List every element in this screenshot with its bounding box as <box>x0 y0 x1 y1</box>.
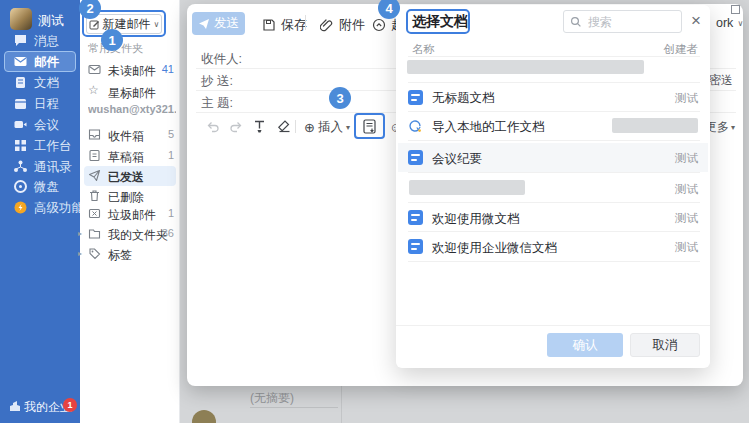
sidebar-item-drive[interactable]: 微盘 <box>0 176 80 198</box>
junk-mail-icon <box>88 207 101 220</box>
doc-icon <box>408 239 423 254</box>
callout-3: 3 <box>329 87 351 109</box>
caret-down-icon: ▾ <box>731 123 735 132</box>
column-header-name: 名称 <box>412 42 435 57</box>
paperclip-icon <box>320 18 334 32</box>
large-attachment-icon <box>372 18 386 32</box>
doc-row[interactable]: 测试 <box>396 173 710 201</box>
sidebar: 测试 消息 邮件 文档 日程 会议 <box>0 0 80 423</box>
company-badge: 1 <box>63 398 77 412</box>
folder-item-unread[interactable]: 未读邮件 41 <box>84 60 176 80</box>
divider <box>341 386 342 423</box>
annotation-box-dialog-title <box>406 9 470 34</box>
grid-icon <box>13 138 28 153</box>
drive-disc-icon <box>13 179 28 194</box>
folder-item-inbox[interactable]: 收件箱 5 <box>84 125 176 145</box>
save-button[interactable]: 保存 <box>262 16 307 34</box>
bcc-toggle[interactable]: 密送 <box>709 72 733 89</box>
sidebar-item-contacts[interactable]: 通讯录 <box>0 156 80 178</box>
cc-field-label: 抄 送: <box>201 73 233 90</box>
attachment-button[interactable]: 附件 <box>320 16 365 34</box>
video-camera-icon <box>13 117 28 132</box>
folder-item-myfolders[interactable]: ▸ 我的文件夹 36 <box>84 224 176 244</box>
chevron-down-icon: ∨ <box>737 19 743 28</box>
undo-icon[interactable] <box>206 119 221 134</box>
mail-icon <box>88 63 101 76</box>
folder-item-tags[interactable]: ▸ 标签 <box>84 244 176 264</box>
folder-item-drafts[interactable]: 草稿箱 1 <box>84 146 176 166</box>
maximize-icon[interactable] <box>731 5 740 14</box>
divider <box>396 325 710 326</box>
doc-row[interactable]: 导入本地的工作文档 <box>396 112 710 140</box>
paper-plane-icon <box>198 18 210 30</box>
search-icon <box>570 16 582 28</box>
redacted-bar <box>409 180 525 195</box>
redo-icon[interactable] <box>228 119 243 134</box>
folder-item-deleted[interactable]: 已删除 <box>84 186 176 206</box>
folder-item-starred[interactable]: ☆ 星标邮件 <box>84 82 176 102</box>
doc-icon <box>408 90 423 105</box>
sidebar-item-messages[interactable]: 消息 <box>0 30 80 52</box>
annotation-box-insert-doc <box>354 113 385 139</box>
divider <box>408 140 700 141</box>
sidebar-item-workbench[interactable]: 工作台 <box>0 135 80 157</box>
caret-right-icon[interactable]: ▸ <box>78 249 82 258</box>
star-icon: ☆ <box>88 83 101 96</box>
paper-plane-icon <box>88 169 101 182</box>
mail-icon <box>13 54 28 69</box>
callout-1: 1 <box>101 29 123 51</box>
divider <box>408 261 700 262</box>
sidebar-item-advanced[interactable]: 高级功能 <box>0 197 80 219</box>
send-button[interactable]: 发送 <box>192 12 245 35</box>
format-painter-icon[interactable] <box>252 119 267 134</box>
doc-row[interactable]: 欢迎使用企业微信文档 测试 <box>396 232 710 260</box>
column-header-creator: 创建者 <box>620 42 698 57</box>
calendar-icon <box>13 96 28 111</box>
mail-preview-no-summary: (无摘要) <box>250 390 294 407</box>
search-input[interactable] <box>586 14 666 30</box>
sidebar-item-mail[interactable]: 邮件 <box>4 51 76 72</box>
user-name: 测试 <box>38 12 64 30</box>
import-sync-icon <box>407 118 423 134</box>
sidebar-item-calendar[interactable]: 日程 <box>0 93 80 115</box>
doc-icon <box>408 210 423 225</box>
my-company-item[interactable]: 我的企业 1 <box>0 394 80 418</box>
draft-icon <box>88 149 101 162</box>
corner-dropdown[interactable]: ork ∨ <box>716 16 743 30</box>
org-tree-icon <box>13 159 28 174</box>
floppy-icon <box>262 18 276 32</box>
divider <box>250 407 338 408</box>
close-icon[interactable]: × <box>689 10 703 31</box>
doc-row[interactable]: 会议纪要 测试 <box>396 143 710 172</box>
user-avatar[interactable] <box>10 8 32 30</box>
document-icon <box>13 75 28 90</box>
doc-row[interactable]: 欢迎使用微文档 测试 <box>396 203 710 231</box>
cancel-button[interactable]: 取消 <box>630 333 700 357</box>
folder-icon <box>88 227 101 240</box>
building-icon <box>9 400 21 412</box>
account-label[interactable]: wushan@xty321.w... <box>88 103 176 115</box>
eraser-icon[interactable] <box>277 119 292 134</box>
folder-item-junk[interactable]: 垃圾邮件 1 <box>84 204 176 224</box>
caret-right-icon[interactable]: ▸ <box>78 229 82 238</box>
sidebar-item-docs[interactable]: 文档 <box>0 72 80 94</box>
redacted-bar <box>407 60 644 74</box>
subject-field-label: 主 题: <box>201 95 233 112</box>
to-field-label: 收件人: <box>201 51 242 68</box>
chat-bubble-icon <box>13 33 28 48</box>
advanced-features-icon <box>13 200 28 215</box>
folder-item-sent[interactable]: 已发送 <box>84 166 176 186</box>
app-window: 测试 消息 邮件 文档 日程 会议 <box>0 0 749 423</box>
insert-menu[interactable]: ⊕ 插入 ▾ <box>304 119 350 136</box>
redacted-bar <box>612 118 698 133</box>
doc-row[interactable]: 无标题文档 测试 <box>396 83 710 111</box>
sidebar-item-meeting[interactable]: 会议 <box>0 114 80 136</box>
confirm-button[interactable]: 确认 <box>547 333 623 357</box>
plus-circle-icon: ⊕ <box>304 120 315 135</box>
trash-icon <box>88 189 101 202</box>
doc-icon <box>408 150 423 165</box>
doc-row[interactable] <box>396 56 710 82</box>
search-box[interactable] <box>563 10 682 33</box>
tag-icon <box>88 247 101 260</box>
divider <box>305 15 306 30</box>
